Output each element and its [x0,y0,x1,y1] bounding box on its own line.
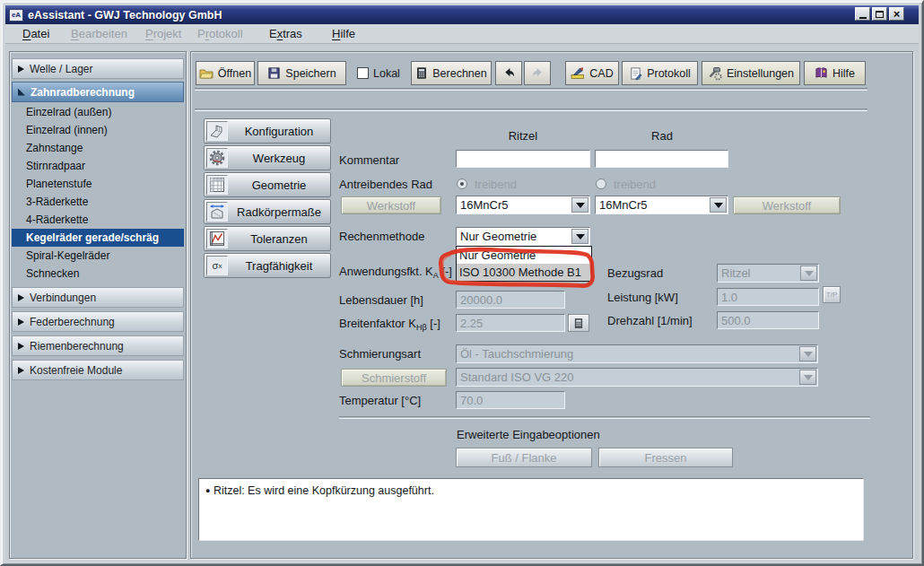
settings-label: Einstellungen [727,67,794,80]
werkstoff-ritzel-combobox[interactable]: 16MnCr5 [456,196,590,214]
sidebar-item-schnecken[interactable]: Schnecken [12,265,184,283]
bezugsrad-combobox: Ritzel [717,264,819,283]
calculate-label: Berechnen [432,67,486,80]
menu-datei[interactable]: Datei [22,26,49,42]
cad-pencil-ruler-icon [571,66,585,81]
sidebar-section-verbindungen[interactable]: Verbindungen [12,287,184,308]
menu-extras[interactable]: Extras [269,26,302,42]
protocol-button[interactable]: Protokoll [622,61,698,85]
chevron-down-icon[interactable] [571,197,588,213]
werkzeug-button[interactable]: Werkzeug [204,145,331,170]
sidebar-section-welle-lager[interactable]: Welle / Lager [12,58,184,79]
redo-icon [531,66,545,80]
sidebar-section-riemenberechnung[interactable]: Riemenberechnung [12,335,184,356]
kommentar-rad-input[interactable] [595,150,728,168]
sidebar-section-federberechnung[interactable]: Federberechnung [12,311,184,332]
close-button[interactable]: × [889,7,904,21]
sidebar-item-3-raederkette[interactable]: 3-Räderkette [12,193,184,211]
sidebar-section-label: Verbindungen [30,292,96,304]
schmierungsart-combobox: Öl - Tauchschmierung [456,344,818,363]
sidebar-item-stirnradpaar[interactable]: Stirnradpaar [12,157,184,175]
undo-button[interactable] [495,61,522,85]
protocol-document-icon [629,66,642,81]
chevron-down-icon[interactable] [571,229,588,244]
open-button[interactable]: Öffnen [196,61,255,85]
leistung-label: Leistung [kW] [607,291,678,305]
settings-button[interactable]: Einstellungen [702,61,800,85]
sidebar-section-zahnradberechnung[interactable]: Zahnradberechnung [12,82,184,102]
chevron-down-icon[interactable] [710,197,727,213]
schmierungsart-label: Schmierungsart [339,347,421,361]
fressen-button: Fressen [598,448,733,467]
sidebar-section-kostenfreie-module[interactable]: Kostenfreie Module [12,360,184,380]
sidebar-item-4-raederkette[interactable]: 4-Räderkette [12,211,184,229]
breitenfaktor-calculator-button[interactable] [568,314,589,332]
breitenfaktor-input: 2.25 [456,314,565,332]
menu-projekt: Projekt [145,26,181,42]
torque-power-toggle-button[interactable]: T/P [823,286,841,303]
treibend-rad-label: treibend [614,178,656,192]
werkzeug-label: Werkzeug [228,152,330,165]
message-box: ● Ritzel: Es wird eine Kopfkürzung ausge… [198,478,864,541]
lebensdauer-label: Lebensdauer [h] [339,293,423,308]
kommentar-ritzel-input[interactable] [456,150,590,168]
konfiguration-button[interactable]: Konfiguration [204,118,331,144]
calculate-button[interactable]: Berechnen [411,61,492,85]
bezugsrad-label: Bezugsrad [607,266,663,281]
local-checkbox[interactable] [357,67,369,79]
column-header-ritzel: Ritzel [456,129,590,144]
dropdown-option-iso-10300[interactable]: ISO 10300 Methode B1 [457,264,591,281]
protocol-label: Protokoll [647,67,691,80]
sidebar-item-spiral-kegelraeder[interactable]: Spiral-Kegelräder [12,247,184,265]
rechenmethode-combobox[interactable]: Nur Geometrie [456,227,590,246]
menu-protokoll: Protokoll [197,26,243,42]
title-bar[interactable]: eA eAssistant - GWJ Technology GmbH [5,5,919,24]
save-label: Speichern [285,67,336,80]
sidebar-item-kegelraeder-selected[interactable]: Kegelräder gerade/schräg [12,229,184,247]
maximize-button[interactable] [872,7,887,21]
toleranzen-button[interactable]: Toleranzen [204,226,331,251]
geometrie-button[interactable]: Geometrie [204,172,331,197]
antreibendes-rad-label: Antreibendes Rad [339,178,432,192]
maximize-icon [876,11,884,18]
help-button[interactable]: Hilfe [804,61,866,85]
sidebar-item-planetenstufe[interactable]: Planetenstufe [12,175,184,193]
radkoerpermasse-button[interactable]: Radkörpermaße [204,199,331,224]
minimize-button[interactable] [855,7,870,21]
message-text: Ritzel: Es wird eine Kopfkürzung ausgefü… [214,484,434,497]
fuss-flanke-button: Fuß / Flanke [456,448,592,467]
leistung-input: 1.0 [717,288,819,306]
sidebar-section-label: Zahnradberechnung [31,86,135,99]
sidebar-item-zahnstange[interactable]: Zahnstange [12,139,184,157]
tragfaehigkeit-label: Tragfähigkeit [228,259,330,273]
sidebar-item-einzelrad-innen[interactable]: Einzelrad (innen) [12,121,184,139]
help-label: Hilfe [832,67,855,80]
sidebar-item-einzelrad-aussen[interactable]: Einzelrad (außen) [12,103,184,121]
grid-icon [206,175,228,195]
radio-dot [460,182,464,186]
bullet-icon: ● [205,486,210,495]
save-button[interactable]: Speichern [257,61,346,85]
konfiguration-label: Konfiguration [228,125,330,138]
cad-button[interactable]: CAD [565,61,619,85]
dropdown-option-nur-geometrie[interactable]: Nur Geometrie [457,247,591,264]
treibend-rad-radio [596,179,606,189]
sidebar-section-label: Federberechnung [30,316,115,328]
sidebar: Welle / Lager Zahnradberechnung Einzelra… [9,51,187,559]
geometrie-label: Geometrie [228,179,330,192]
radkoerpermasse-label: Radkörpermaße [228,205,330,219]
content-separator [195,109,867,110]
sidebar-section-label: Riemenberechnung [30,340,124,353]
chevron-down-icon [799,370,816,385]
menu-hilfe[interactable]: Hilfe [332,26,355,42]
werkstoff-rad-combobox[interactable]: 16MnCr5 [595,196,728,214]
local-label: Lokal [373,67,400,80]
minimize-icon [859,17,867,19]
window-title: eAssistant - GWJ Technology GmbH [28,9,222,22]
temperatur-input: 70.0 [456,391,565,409]
open-folder-icon [199,66,214,81]
tragfaehigkeit-button[interactable]: σx Tragfähigkeit [204,253,331,278]
werkstoff-button-left: Werkstoff [341,196,441,214]
chevron-right-icon [18,318,24,326]
sigma-x-icon: σx [206,256,228,275]
